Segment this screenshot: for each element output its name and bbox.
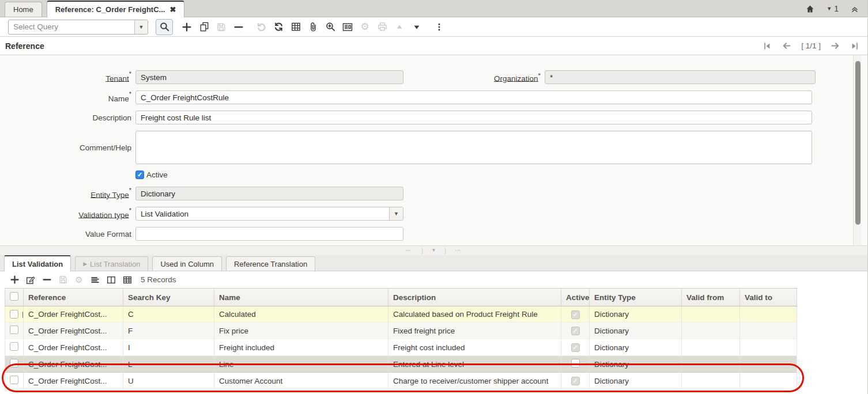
edit-row-icon[interactable] <box>23 273 38 287</box>
tabbar-right-controls: ▼ 1 <box>805 0 859 17</box>
cell-name: Freight included <box>214 339 388 356</box>
col-entity-type[interactable]: Entity Type <box>590 289 682 306</box>
tenant-field[interactable]: System <box>135 70 403 84</box>
select-query-dropdown-icon[interactable]: ▼ <box>134 20 148 34</box>
validation-type-combobox[interactable]: List Validation ▼ <box>135 207 403 221</box>
print-icon <box>373 19 391 35</box>
col-active[interactable]: Active <box>561 289 590 306</box>
tab-list-translation[interactable]: ▶ List Translation <box>75 256 148 271</box>
table-row[interactable]: C_Order FreightCost... L Line Entered at… <box>5 356 797 373</box>
next-record-icon[interactable] <box>831 41 840 51</box>
table-row[interactable]: C_Order FreightCost... I Freight include… <box>5 339 797 356</box>
active-checkbox[interactable] <box>135 171 144 179</box>
cell-valid-to <box>740 356 797 373</box>
value-format-row: Value Format <box>0 227 867 241</box>
table-header-row: Reference Search Key Name Description Ac… <box>5 289 797 306</box>
delete-record-icon[interactable] <box>230 19 247 35</box>
toggle-panel-icon[interactable] <box>104 273 119 287</box>
organization-field[interactable]: * <box>545 70 816 84</box>
comment-help-label: Comment/Help <box>0 131 135 152</box>
table-row[interactable]: C_Order FreightCost... F Fix price Fixed… <box>5 323 797 339</box>
select-query-combobox[interactable]: ▼ <box>8 20 148 35</box>
desktop-dropdown-caret-icon: ▼ <box>827 6 832 12</box>
first-record-icon[interactable] <box>763 41 772 51</box>
comment-help-field[interactable] <box>135 131 812 164</box>
col-search-key[interactable]: Search Key <box>123 289 214 306</box>
detail-record-icon[interactable] <box>408 19 425 35</box>
collapse-header-icon[interactable] <box>850 4 859 13</box>
cell-search-key: I <box>123 339 214 356</box>
previous-record-icon[interactable] <box>782 41 791 51</box>
detail-pane: List Validation ▶ List Translation Used … <box>0 255 867 394</box>
toggle-grid-icon[interactable] <box>287 19 304 35</box>
form-scrollbar[interactable] <box>853 55 862 254</box>
chat-icon[interactable] <box>339 19 356 35</box>
cell-search-key: C <box>123 306 214 323</box>
col-name[interactable]: Name <box>214 289 388 306</box>
tab-reference-translation[interactable]: Reference Translation <box>226 256 315 271</box>
cell-valid-from <box>682 306 740 323</box>
row-checkbox[interactable] <box>10 310 18 319</box>
new-record-icon[interactable] <box>178 19 195 35</box>
zoom-across-icon[interactable] <box>322 19 339 35</box>
close-tab-icon[interactable]: ✖ <box>169 5 176 14</box>
detail-toolbar: ⚙ 5 Records <box>0 271 867 288</box>
refresh-icon[interactable] <box>270 19 287 35</box>
record-position: [ 1/1 ] <box>801 41 821 50</box>
cell-search-key: F <box>123 323 214 339</box>
name-field[interactable]: C_Order FreightCostRule <box>135 90 812 104</box>
cell-valid-to <box>740 306 797 323</box>
quick-form-icon[interactable] <box>88 273 103 287</box>
home-icon[interactable] <box>805 4 815 14</box>
tab-home[interactable]: Home <box>5 2 42 17</box>
tab-list-validation[interactable]: List Validation <box>4 255 71 271</box>
row-checkbox[interactable] <box>10 342 18 351</box>
col-reference[interactable]: Reference <box>24 289 123 306</box>
splitter-collapse-icon[interactable]: ▼ <box>422 248 446 253</box>
select-all-checkbox[interactable] <box>10 292 18 301</box>
tab-used-in-column[interactable]: Used in Column <box>152 256 222 271</box>
attachment-icon[interactable] <box>304 19 322 35</box>
cell-entity-type: Dictionary <box>590 306 682 323</box>
col-description[interactable]: Description <box>388 289 561 306</box>
table-row-annotated[interactable]: C_Order FreightCost... U Customer Accoun… <box>5 373 797 389</box>
row-checkbox[interactable] <box>10 376 18 384</box>
tab-reference[interactable]: Reference: C_Order FreightC... ✖ <box>47 1 185 17</box>
pane-splitter[interactable]: ⋯ ▼ ⋯ <box>0 245 867 255</box>
cell-valid-from <box>682 323 740 339</box>
cell-description: Calculated based on Product Freight Rule <box>388 306 561 323</box>
row-checkbox[interactable] <box>10 359 18 368</box>
row-checkbox[interactable] <box>10 325 18 334</box>
cell-search-key: U <box>123 373 214 389</box>
form-scrollbar-thumb[interactable] <box>855 61 861 225</box>
col-valid-to[interactable]: Valid to <box>740 289 797 306</box>
tenant-label: Tenant* <box>0 72 135 83</box>
active-cell-checkbox <box>571 327 580 335</box>
desktop-selector[interactable]: ▼ 1 <box>827 4 839 13</box>
new-row-icon[interactable] <box>7 273 22 287</box>
validation-type-dropdown-icon[interactable]: ▼ <box>389 207 403 220</box>
cell-name: Line <box>214 356 388 373</box>
cell-valid-to <box>740 339 797 356</box>
splitter-dots-left[interactable]: ⋯ <box>397 248 422 253</box>
desktop-number: 1 <box>834 4 839 13</box>
entity-type-field[interactable]: Dictionary <box>135 187 403 200</box>
description-field[interactable]: Freight cost Rule list <box>135 111 812 124</box>
value-format-field[interactable] <box>135 227 403 241</box>
last-record-icon[interactable] <box>850 41 859 51</box>
table-row[interactable]: C_Order FreightCost... C Calculated Calc… <box>5 306 797 323</box>
select-query-input[interactable] <box>9 20 134 34</box>
customize-grid-icon[interactable] <box>120 273 135 287</box>
cell-search-key: L <box>123 356 214 373</box>
copy-record-icon[interactable] <box>195 19 213 35</box>
col-valid-from[interactable]: Valid from <box>682 289 740 306</box>
validation-type-value: List Validation <box>136 207 389 220</box>
find-icon[interactable] <box>156 19 173 35</box>
cell-reference: C_Order FreightCost... <box>24 339 123 356</box>
more-options-icon[interactable] <box>431 19 448 35</box>
splitter-dots-right[interactable]: ⋯ <box>446 248 471 253</box>
process-icon: ⚙ <box>356 19 373 35</box>
active-label: Active <box>146 171 168 179</box>
cell-name: Calculated <box>214 306 388 323</box>
delete-row-icon[interactable] <box>39 273 54 287</box>
